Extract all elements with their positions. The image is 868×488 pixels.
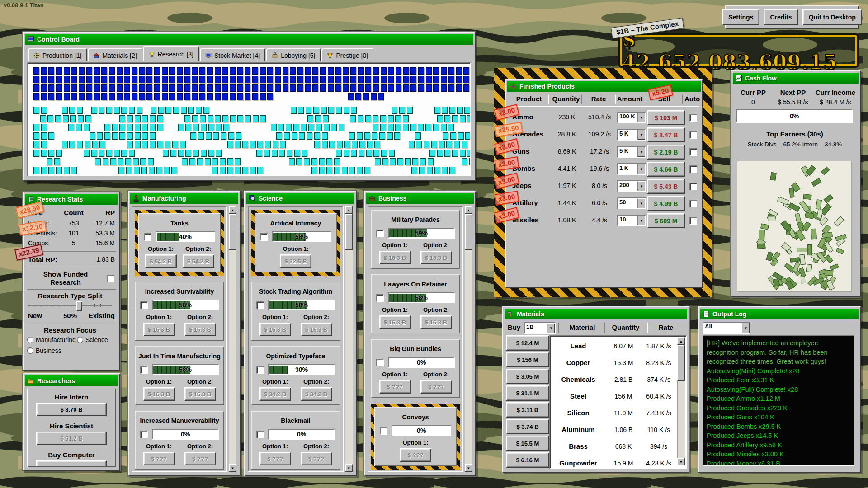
focus-option-business[interactable]: Business	[27, 347, 61, 354]
slider-thumb[interactable]	[76, 301, 82, 311]
option-buy-button[interactable]: $ ???	[379, 380, 411, 394]
option-buy-button[interactable]: $ 34.2 B	[259, 387, 291, 401]
scroll-thumb[interactable]	[345, 214, 353, 250]
show-funded-checkbox[interactable]	[107, 275, 114, 282]
option-buy-button[interactable]: $ 16.3 B	[184, 387, 216, 401]
chevron-down-icon[interactable]: ▼	[637, 130, 645, 140]
buy-material-button[interactable]: $ 15.5 M	[506, 436, 549, 451]
scroll-down-arrow[interactable]: ▼	[345, 464, 353, 472]
research-item-checkbox[interactable]	[380, 427, 387, 435]
scrollbar[interactable]: ▲▼	[677, 337, 685, 465]
option-buy-button[interactable]: $ 16.3 B	[184, 323, 216, 336]
option-buy-button[interactable]: $ ???	[301, 452, 332, 465]
tab-stock[interactable]: Stock Market [4]	[200, 48, 265, 61]
chevron-down-icon[interactable]: ▼	[637, 198, 645, 208]
radio-icon[interactable]	[27, 337, 33, 343]
chevron-down-icon[interactable]: ▼	[637, 164, 645, 174]
chevron-down-icon[interactable]: ▼	[742, 323, 750, 333]
tab-research[interactable]: Research [3]	[143, 46, 199, 61]
option-buy-button[interactable]: $ ???	[259, 452, 291, 465]
option-buy-button[interactable]: $ 16.3 B	[420, 251, 452, 264]
option-buy-button[interactable]: $ 16.3 B	[379, 251, 411, 264]
quit-to-desktop-button[interactable]: Quit to Desktop	[802, 9, 862, 25]
focus-option-manufacturing[interactable]: Manufacturing	[27, 336, 76, 343]
tab-production[interactable]: Production [1]	[28, 48, 87, 61]
scroll-thumb[interactable]	[465, 214, 472, 250]
buy-material-button[interactable]: $ 12.4 M	[506, 335, 549, 351]
hire-scientist-button[interactable]: $ 51.2 B	[36, 432, 107, 445]
scroll-up-arrow[interactable]: ▲	[229, 206, 236, 214]
log-filter-dropdown[interactable]: All ▼	[703, 322, 750, 334]
scroll-up-arrow[interactable]: ▲	[677, 337, 685, 345]
settings-button[interactable]: Settings	[722, 9, 760, 25]
sell-button[interactable]: $ 4.66 B	[647, 162, 685, 177]
amount-dropdown[interactable]: 10▼	[617, 215, 646, 226]
tab-lobbying[interactable]: Lobbying [5]	[266, 48, 321, 61]
scroll-thumb[interactable]	[229, 214, 236, 250]
research-item-checkbox[interactable]	[256, 431, 264, 438]
research-item-checkbox[interactable]	[144, 233, 151, 241]
research-item-checkbox[interactable]	[140, 366, 148, 374]
research-item-checkbox[interactable]	[376, 359, 384, 366]
amount-dropdown[interactable]: 5 K▼	[617, 129, 646, 141]
scroll-down-arrow[interactable]: ▼	[465, 464, 472, 472]
research-item-checkbox[interactable]	[256, 301, 264, 309]
buy-material-button[interactable]: $ 156 M	[506, 352, 549, 367]
option-buy-button[interactable]: $ ???	[143, 452, 175, 465]
scrollbar[interactable]: ▲▼	[229, 206, 236, 472]
buy-material-button[interactable]: $ 3.05 M	[506, 369, 549, 384]
chevron-down-icon[interactable]: ▼	[637, 181, 645, 191]
research-item-checkbox[interactable]	[140, 301, 148, 309]
scroll-down-arrow[interactable]: ▼	[229, 464, 236, 472]
option-buy-button[interactable]: $ ???	[420, 380, 452, 394]
research-item-checkbox[interactable]	[256, 366, 264, 374]
sell-button[interactable]: $ 609 M	[647, 213, 685, 228]
sell-button[interactable]: $ 8.47 B	[647, 127, 685, 142]
auto-sell-checkbox[interactable]	[689, 148, 697, 156]
amount-dropdown[interactable]: 1 K▼	[617, 163, 646, 175]
auto-sell-checkbox[interactable]	[689, 131, 697, 139]
scrollbar[interactable]: ▲▼	[345, 206, 353, 472]
option-buy-button[interactable]: $ ???	[400, 448, 431, 462]
option-buy-button[interactable]: $ 16.3 B	[379, 315, 411, 329]
sell-button[interactable]: $ 103 M	[647, 110, 685, 125]
option-buy-button[interactable]: $ 54.2 B	[183, 254, 214, 268]
chevron-down-icon[interactable]: ▼	[637, 113, 645, 122]
amount-dropdown[interactable]: 100 K▼	[617, 112, 646, 123]
scroll-thumb[interactable]	[677, 345, 685, 381]
chevron-down-icon[interactable]: ▼	[637, 147, 645, 157]
auto-sell-checkbox[interactable]	[689, 217, 697, 225]
scroll-up-arrow[interactable]: ▲	[345, 206, 353, 214]
option-buy-button[interactable]: $ 34.2 B	[301, 387, 332, 401]
research-item-checkbox[interactable]	[376, 230, 384, 237]
option-buy-button[interactable]: $ 16.3 B	[420, 315, 452, 329]
amount-dropdown[interactable]: 5 K▼	[617, 146, 646, 158]
sell-button[interactable]: $ 5.43 B	[647, 179, 685, 194]
buy-material-button[interactable]: $ 31.1 M	[506, 385, 549, 401]
auto-sell-checkbox[interactable]	[689, 200, 697, 207]
option-buy-button[interactable]: $ 16.3 B	[259, 323, 291, 336]
scroll-up-arrow[interactable]: ▲	[465, 206, 472, 214]
auto-sell-checkbox[interactable]	[689, 183, 697, 190]
buy-material-button[interactable]: $ 6.16 M	[506, 452, 549, 468]
option-buy-button[interactable]: $ ???	[184, 452, 216, 465]
focus-option-science[interactable]: Science	[77, 336, 108, 343]
option-buy-button[interactable]: $ 16.3 B	[143, 323, 175, 336]
radio-icon[interactable]	[77, 337, 83, 343]
buy-amount-dropdown[interactable]: 1B ▼	[524, 322, 556, 334]
research-item-checkbox[interactable]	[260, 233, 268, 241]
amount-dropdown[interactable]: 50▼	[617, 197, 646, 209]
scrollbar[interactable]: ▲▼	[465, 206, 472, 472]
option-buy-button[interactable]: $ 54.2 B	[145, 254, 177, 268]
option-buy-button[interactable]: $ 32.5 B	[280, 254, 311, 268]
buy-material-button[interactable]: $ 3.11 B	[506, 402, 549, 418]
research-item-checkbox[interactable]	[376, 294, 384, 302]
chevron-down-icon[interactable]: ▼	[547, 323, 555, 333]
buy-material-button[interactable]: $ 3.74 B	[506, 419, 549, 434]
sell-button[interactable]: $ 2.19 B	[647, 145, 685, 160]
tab-prestige[interactable]: Prestige [0]	[321, 48, 373, 61]
credits-button[interactable]: Credits	[764, 9, 798, 25]
scroll-down-arrow[interactable]: ▼	[677, 458, 685, 465]
hire-intern-button[interactable]: $ 8.70 B	[36, 403, 107, 416]
auto-sell-checkbox[interactable]	[689, 114, 697, 122]
